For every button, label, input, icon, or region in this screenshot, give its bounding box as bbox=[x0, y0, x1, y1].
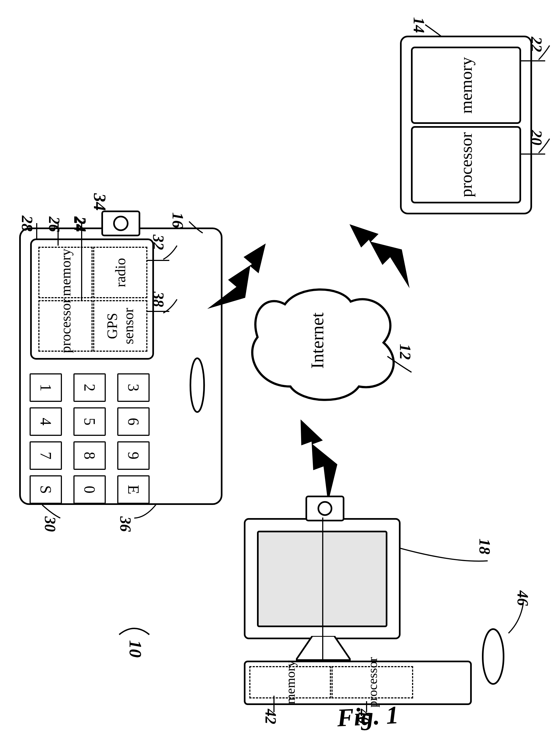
mobile-mic bbox=[185, 353, 210, 417]
ref-mobile-memory: 26 bbox=[45, 216, 63, 232]
key-3[interactable]: 3 bbox=[117, 374, 150, 402]
desktop-mouse bbox=[477, 622, 510, 691]
ref-mobile-proc: 24 bbox=[71, 216, 88, 232]
key-4[interactable]: 4 bbox=[30, 407, 62, 436]
mobile-keypad: 1 2 3 4 5 6 7 8 9 S 0 E bbox=[32, 372, 154, 506]
mobile-processor: processor bbox=[38, 300, 93, 352]
mobile-camera bbox=[101, 210, 140, 236]
key-6[interactable]: 6 bbox=[117, 407, 150, 436]
key-9[interactable]: 9 bbox=[117, 441, 150, 470]
mobile-gps: GPS sensor bbox=[93, 300, 147, 352]
ref-system: 10 bbox=[125, 640, 145, 658]
diagram-area: Fig. 1 10 34 28 memory radio processor G… bbox=[0, 0, 560, 736]
key-S[interactable]: S bbox=[30, 475, 62, 504]
ref-mobile: 16 bbox=[169, 212, 187, 228]
ref-desktop-memory: 42 bbox=[262, 709, 279, 724]
svg-point-12 bbox=[483, 629, 504, 684]
key-1[interactable]: 1 bbox=[30, 374, 62, 402]
svg-point-4 bbox=[190, 358, 204, 412]
key-E[interactable]: E bbox=[117, 475, 150, 504]
cloud-label: Internet bbox=[307, 312, 328, 369]
ref-desktop-tower: 40 bbox=[355, 709, 373, 724]
key-8[interactable]: 8 bbox=[73, 441, 106, 470]
desktop-camera bbox=[305, 496, 344, 521]
key-5[interactable]: 5 bbox=[73, 407, 106, 436]
svg-marker-10 bbox=[293, 413, 348, 505]
mobile-memory: memory bbox=[38, 247, 93, 298]
mobile-radio: radio bbox=[93, 247, 147, 298]
key-0[interactable]: 0 bbox=[73, 475, 106, 504]
desktop-memory: memory bbox=[249, 666, 331, 698]
ref-mobile-camera: 34 bbox=[90, 193, 110, 211]
server-processor: processor bbox=[411, 126, 521, 203]
key-2[interactable]: 2 bbox=[73, 374, 106, 402]
desktop-processor: processor bbox=[332, 666, 413, 698]
server-memory: memory bbox=[411, 47, 521, 124]
ref-mobile-screen: 28 bbox=[18, 216, 36, 232]
bolt-desktop bbox=[285, 408, 362, 507]
svg-marker-9 bbox=[344, 211, 425, 292]
key-7[interactable]: 7 bbox=[30, 441, 62, 470]
